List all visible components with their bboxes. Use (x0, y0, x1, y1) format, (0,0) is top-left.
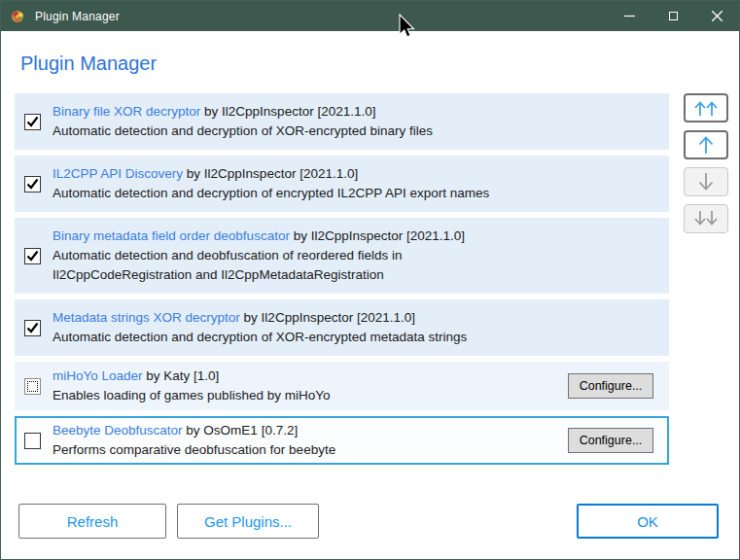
checkmark-icon (26, 250, 39, 262)
plugin-byline: by Il2CppInspector [2021.1.0] (204, 104, 375, 119)
page-title: Plugin Manager (20, 52, 157, 75)
down-arrow-icon (695, 171, 717, 192)
up-arrow-icon (695, 134, 717, 156)
maximize-button[interactable] (652, 1, 695, 31)
plugin-byline: by Il2CppInspector [2021.1.0] (294, 228, 465, 243)
close-button[interactable] (695, 1, 739, 31)
app-icon (10, 8, 27, 25)
plugin-name-link[interactable]: Binary metadata field order deobfuscator (53, 228, 290, 243)
minimize-button[interactable] (608, 1, 652, 31)
move-up-button[interactable] (684, 130, 728, 159)
refresh-button[interactable]: Refresh (18, 504, 166, 539)
move-to-bottom-button[interactable] (684, 204, 728, 233)
maximize-icon (669, 12, 678, 20)
plugin-description: Enables loading of games published by mi… (53, 386, 330, 405)
checkmark-icon (26, 116, 39, 128)
plugin-byline: by Il2CppInspector [2021.1.0] (187, 166, 358, 181)
plugin-checkbox[interactable] (24, 320, 41, 336)
plugin-description: Performs comparative deobfuscation for b… (53, 440, 335, 460)
plugin-name-link[interactable]: miHoYo Loader (53, 368, 143, 383)
plugin-list: Binary file XOR decryptor by Il2CppInspe… (15, 93, 669, 471)
move-down-button[interactable] (684, 167, 728, 196)
plugin-name-link[interactable]: Metadata strings XOR decryptor (53, 310, 240, 325)
plugin-name-link[interactable]: IL2CPP API Discovery (53, 166, 183, 181)
double-up-arrow-icon (691, 98, 721, 118)
plugin-checkbox[interactable] (24, 378, 41, 395)
plugin-description: Automatic detection and deobfuscation of… (53, 246, 465, 285)
plugin-manager-window: Plugin Manager Plugin Manager Binary fil… (0, 0, 740, 560)
plugin-row-mihoyo-loader[interactable]: miHoYo Loader by Katy [1.0] Enables load… (15, 362, 669, 410)
ok-button[interactable]: OK (577, 504, 719, 539)
plugin-byline: by Katy [1.0] (146, 368, 219, 383)
plugin-row-binary-metadata-field-order-deobfuscator[interactable]: Binary metadata field order deobfuscator… (15, 218, 669, 294)
plugin-description: Automatic detection and decryption of XO… (53, 328, 467, 347)
plugin-row-metadata-strings-xor-decryptor[interactable]: Metadata strings XOR decryptor by Il2Cpp… (15, 299, 669, 356)
configure-button[interactable]: Configure... (568, 428, 653, 453)
plugin-row-binary-file-xor-decryptor[interactable]: Binary file XOR decryptor by Il2CppInspe… (15, 93, 669, 150)
double-down-arrow-icon (691, 209, 721, 228)
plugin-checkbox[interactable] (24, 433, 41, 449)
plugin-description: Automatic detection and decryption of en… (53, 184, 489, 203)
plugin-checkbox[interactable] (24, 176, 41, 192)
get-plugins-button[interactable]: Get Plugins... (177, 504, 319, 539)
move-to-top-button[interactable] (684, 93, 728, 122)
plugin-checkbox[interactable] (24, 248, 41, 264)
checkmark-icon (26, 178, 39, 191)
plugin-description: Automatic detection and decryption of XO… (53, 122, 433, 141)
plugin-byline: by OsOmE1 [0.7.2] (186, 423, 298, 438)
titlebar: Plugin Manager (1, 1, 739, 31)
plugin-name-link[interactable]: Binary file XOR decryptor (53, 104, 200, 119)
checkmark-icon (26, 322, 39, 334)
plugin-row-beebyte-deobfuscator[interactable]: Beebyte Deobfuscator by OsOmE1 [0.7.2] P… (15, 416, 669, 465)
close-icon (712, 11, 722, 21)
minimize-icon (624, 11, 635, 21)
plugin-byline: by Il2CppInspector [2021.1.0] (244, 310, 415, 325)
plugin-checkbox[interactable] (24, 114, 41, 130)
plugin-name-link[interactable]: Beebyte Deobfuscator (53, 423, 183, 438)
reorder-controls (684, 93, 728, 241)
configure-button[interactable]: Configure... (568, 373, 653, 399)
plugin-row-il2cpp-api-discovery[interactable]: IL2CPP API Discovery by Il2CppInspector … (15, 156, 669, 212)
window-title: Plugin Manager (35, 10, 120, 23)
